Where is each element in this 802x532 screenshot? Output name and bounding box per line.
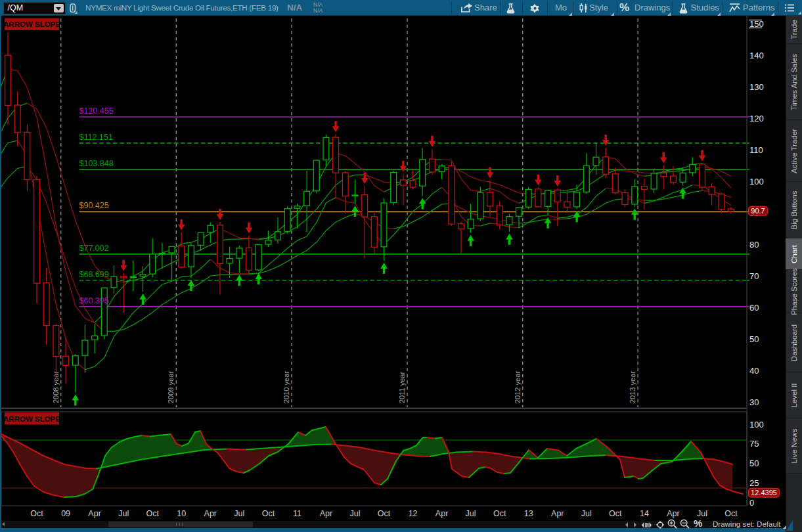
svg-text:Oct: Oct: [262, 509, 275, 518]
svg-text:ARROW SLOPE: ARROW SLOPE: [3, 20, 60, 28]
svg-text:Apr: Apr: [667, 509, 679, 518]
svg-text:2009 year: 2009 year: [167, 371, 175, 403]
svg-text:$120.455: $120.455: [79, 106, 114, 116]
svg-text:60: 60: [749, 303, 759, 313]
svg-text:$103.848: $103.848: [79, 159, 114, 168]
svg-text:Apr: Apr: [551, 509, 564, 518]
svg-text:10: 10: [177, 509, 186, 518]
svg-text:130: 130: [749, 82, 764, 92]
svg-text:2013 year: 2013 year: [629, 371, 636, 403]
svg-text:90.7: 90.7: [751, 207, 765, 215]
svg-text:12.4395: 12.4395: [751, 489, 777, 497]
svg-text:110: 110: [749, 145, 763, 155]
svg-text:2010 year: 2010 year: [282, 371, 290, 403]
svg-text:Oct: Oct: [378, 509, 391, 518]
svg-text:70: 70: [749, 271, 759, 281]
svg-text:25: 25: [749, 478, 759, 488]
svg-text:09: 09: [61, 509, 70, 518]
svg-text:$112.151: $112.151: [79, 133, 113, 142]
svg-text:$77.002: $77.002: [79, 244, 109, 253]
svg-text:2008 year: 2008 year: [52, 371, 60, 403]
svg-text:Oct: Oct: [146, 509, 159, 518]
svg-text:50: 50: [749, 458, 759, 468]
svg-text:Jul: Jul: [118, 509, 129, 518]
svg-text:100: 100: [749, 177, 764, 187]
svg-text:2011 year: 2011 year: [398, 372, 406, 403]
svg-text:Apr: Apr: [88, 509, 100, 518]
svg-text:30: 30: [749, 397, 759, 407]
svg-text:Jul: Jul: [697, 509, 707, 518]
svg-text:11: 11: [293, 509, 301, 518]
svg-text:100: 100: [749, 420, 764, 430]
svg-text:75: 75: [749, 439, 759, 449]
svg-text:14: 14: [640, 509, 649, 518]
svg-text:ARROW SLOPE: ARROW SLOPE: [3, 415, 60, 423]
svg-text:Oct: Oct: [30, 509, 43, 518]
svg-text:Oct: Oct: [493, 509, 506, 518]
svg-text:$60.395: $60.395: [79, 296, 109, 305]
svg-text:13: 13: [524, 509, 533, 518]
svg-text:120: 120: [749, 114, 764, 123]
svg-text:2012 year: 2012 year: [514, 371, 522, 403]
svg-text:Jul: Jul: [581, 509, 592, 518]
svg-text:50: 50: [749, 334, 759, 344]
svg-text:Apr: Apr: [204, 509, 217, 518]
svg-text:$68.699: $68.699: [79, 270, 109, 279]
svg-text:Oct: Oct: [609, 509, 622, 518]
svg-text:12: 12: [409, 509, 418, 518]
svg-text:40: 40: [749, 366, 759, 376]
svg-text:$90.425: $90.425: [79, 201, 109, 210]
svg-text:Oct: Oct: [724, 509, 738, 518]
svg-text:Apr: Apr: [435, 509, 448, 518]
svg-text:80: 80: [749, 240, 759, 250]
svg-text:Jul: Jul: [350, 509, 361, 518]
svg-text:Jul: Jul: [466, 509, 476, 518]
svg-text:Apr: Apr: [320, 509, 332, 518]
svg-text:Jul: Jul: [234, 509, 244, 518]
svg-text:140: 140: [749, 51, 764, 60]
svg-text:0: 0: [749, 498, 754, 508]
